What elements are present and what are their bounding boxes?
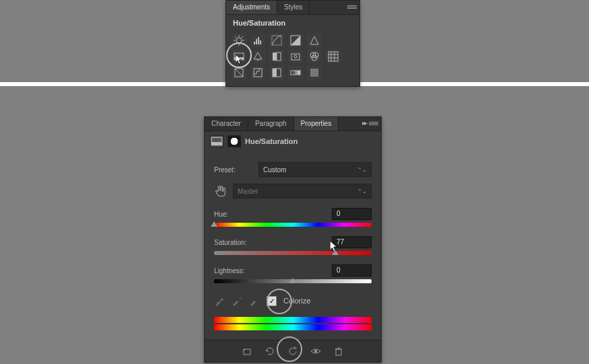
channel-dropdown: Master ⌃⌄ [233,184,372,198]
properties-title: Hue/Saturation [245,137,298,145]
svg-point-0 [236,38,242,43]
adjustments-tabbar: Adjustments Styles [226,1,359,15]
vibrance-icon[interactable] [307,34,322,47]
photo-filter-icon[interactable] [288,50,303,63]
svg-rect-20 [291,54,300,60]
lightness-label: Lightness: [214,267,245,275]
svg-rect-31 [254,69,262,77]
tab-character[interactable]: Character [205,117,248,131]
delete-trash-icon[interactable] [333,345,345,357]
tab-paragraph[interactable]: Paragraph [248,117,294,131]
adjustments-grid [226,28,359,86]
channel-mixer-icon[interactable] [307,50,322,63]
hue-saturation-icon[interactable] [232,50,246,63]
lightness-track[interactable] [214,279,372,283]
svg-rect-10 [256,39,257,44]
posterize-icon[interactable] [250,66,265,79]
colorize-checkbox[interactable]: ✓ [267,296,277,306]
invert-icon[interactable] [232,66,246,79]
adjustments-panel: Adjustments Styles Hue/Saturation [226,0,360,87]
exposure-icon[interactable] [288,34,303,47]
eyedropper-icon [214,295,225,306]
properties-panel: Character Paragraph Properties ▸▸ Hue/Sa… [204,116,382,363]
svg-line-6 [242,43,243,44]
gradient-map-icon[interactable] [288,66,303,79]
svg-rect-11 [258,37,259,44]
dropdown-caret-icon: ⌃⌄ [357,167,367,173]
levels-icon[interactable] [250,34,265,47]
svg-line-5 [235,36,236,38]
preset-dropdown[interactable]: Custom ⌃⌄ [258,162,372,177]
svg-rect-42 [336,349,341,355]
tab-adjustments[interactable]: Adjustments [226,1,277,14]
lightness-slider: Lightness: 0 [214,264,372,283]
panel-menu-icon[interactable] [369,119,378,127]
output-spectrum [214,324,372,330]
properties-footer [205,340,381,362]
clip-to-layer-icon[interactable] [241,345,253,357]
svg-text:-: - [256,296,258,301]
svg-rect-12 [260,40,261,44]
colorize-label: Colorize [283,297,310,305]
lightness-thumb-icon[interactable] [289,278,296,283]
curves-icon[interactable] [269,34,284,47]
saturation-slider: Saturation: 77 [214,236,372,255]
svg-rect-19 [277,52,281,61]
svg-line-7 [242,36,243,38]
preset-label: Preset: [214,166,253,174]
svg-rect-25 [328,52,338,61]
svg-rect-33 [273,69,277,77]
svg-rect-16 [234,57,244,60]
saturation-value-field[interactable]: 77 [332,236,372,248]
visibility-eye-icon[interactable] [310,345,322,357]
hue-thumb-icon[interactable] [211,221,217,227]
hue-label: Hue: [214,211,228,218]
hue-track[interactable] [214,223,372,227]
collapse-icon[interactable]: ▸▸ [362,119,366,126]
adjustments-title: Hue/Saturation [226,15,359,28]
input-spectrum [214,317,372,323]
tab-properties[interactable]: Properties [294,117,339,131]
channel-value: Master [238,188,258,195]
svg-line-8 [235,43,236,44]
hue-value-field[interactable]: 0 [332,208,372,220]
svg-rect-13 [272,36,281,45]
preset-value: Custom [263,166,286,174]
lightness-value-field[interactable]: 0 [332,264,372,277]
hue-slider: Hue: 0 [214,208,372,227]
svg-point-21 [294,55,297,58]
view-previous-state-icon[interactable] [264,345,276,357]
saturation-thumb-icon[interactable] [332,250,339,255]
targeted-adjust-icon[interactable] [214,185,228,197]
svg-rect-37 [211,142,222,145]
saturation-label: Saturation: [214,239,246,246]
color-range-bars [214,317,372,330]
selective-color-icon[interactable] [307,66,322,79]
svg-rect-35 [310,69,318,77]
svg-text:+: + [239,296,242,301]
reset-icon[interactable] [287,345,299,357]
properties-tabbar: Character Paragraph Properties ▸▸ [205,117,381,131]
saturation-track[interactable] [214,251,372,255]
svg-rect-9 [254,42,255,44]
svg-rect-34 [291,71,300,75]
properties-header: Hue/Saturation [205,131,381,151]
adjustment-thumb-icon[interactable] [210,135,223,147]
tab-styles[interactable]: Styles [277,1,310,14]
panel-menu-icon[interactable] [347,3,357,11]
color-lookup-icon[interactable] [326,50,341,63]
black-white-icon[interactable] [269,50,284,63]
layer-mask-icon[interactable] [228,135,241,147]
threshold-icon[interactable] [269,66,284,79]
dropdown-caret-icon: ⌃⌄ [357,188,367,194]
color-balance-icon[interactable] [250,50,265,63]
svg-point-41 [314,350,317,353]
svg-rect-18 [273,52,277,61]
eyedropper-add-icon: + [232,295,242,306]
brightness-contrast-icon[interactable] [232,34,246,47]
eyedropper-subtract-icon: - [249,295,260,306]
